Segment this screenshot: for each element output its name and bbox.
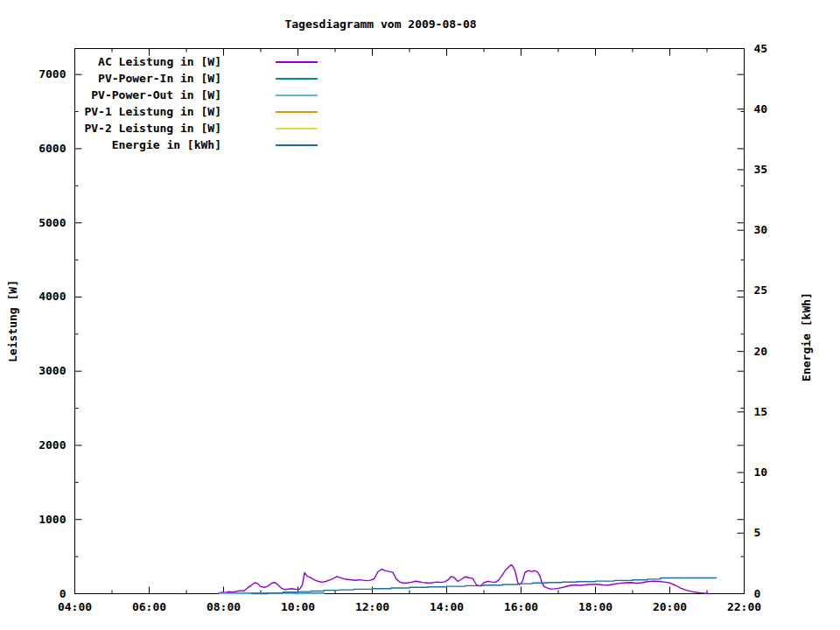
y-tick-label: 7000 <box>38 67 66 80</box>
legend: AC Leistung in [W]PV-Power-In in [W]PV-P… <box>74 53 319 153</box>
legend-line-sample-pv-power-out <box>276 94 318 96</box>
y-tick-label: 4000 <box>38 290 66 303</box>
legend-label-pv-power-in: PV-Power-In in [W] <box>74 72 221 85</box>
x-tick-label: 22:00 <box>727 600 761 613</box>
y2-tick-label: 0 <box>754 587 761 600</box>
x-tick-label: 06:00 <box>132 600 166 613</box>
y2-tick-label: 45 <box>754 42 768 55</box>
y-tick-label: 1000 <box>38 513 66 526</box>
y-tick-label: 3000 <box>38 364 66 377</box>
y2-tick-label: 5 <box>754 526 761 539</box>
y-tick-label: 5000 <box>38 216 66 229</box>
y-tick-label: 0 <box>60 587 66 600</box>
legend-line-sample-pv-power-in <box>276 78 318 80</box>
y2-tick-label: 15 <box>754 405 768 418</box>
legend-label-ac-leistung: AC Leistung in [W] <box>74 55 221 68</box>
y-tick-label: 2000 <box>38 438 66 452</box>
legend-line-sample-energie <box>276 144 318 146</box>
x-tick-label: 04:00 <box>58 600 92 613</box>
legend-label-pv-1-leistung: PV-1 Leistung in [W] <box>74 105 221 118</box>
y2-tick-label: 30 <box>754 223 768 236</box>
legend-item-ac-leistung: AC Leistung in [W] <box>74 53 319 70</box>
legend-item-pv-power-out: PV-Power-Out in [W] <box>74 87 319 103</box>
y2-tick-label: 40 <box>754 102 768 116</box>
legend-line-sample-pv-2-leistung <box>276 128 318 130</box>
x-tick-label: 14:00 <box>430 600 464 613</box>
x-tick-label: 20:00 <box>653 600 687 613</box>
legend-item-energie: Energie in [kWh] <box>74 136 319 153</box>
legend-label-pv-power-out: PV-Power-Out in [W] <box>74 88 221 102</box>
x-tick-label: 12:00 <box>355 600 389 613</box>
chart-canvas: Tagesdiagramm vom 2009-08-08 Leistung [W… <box>0 0 840 630</box>
series-line-ac-leistung <box>218 564 709 593</box>
y-tick-label: 6000 <box>38 142 66 155</box>
x-tick-label: 10:00 <box>281 600 315 613</box>
legend-line-sample-pv-1-leistung <box>276 111 318 113</box>
x-tick-label: 08:00 <box>206 600 241 613</box>
y2-tick-label: 25 <box>754 284 768 297</box>
legend-label-pv-2-leistung: PV-2 Leistung in [W] <box>74 122 221 135</box>
legend-item-pv-1-leistung: PV-1 Leistung in [W] <box>74 103 319 120</box>
y2-tick-label: 20 <box>754 345 768 358</box>
x-tick-label: 18:00 <box>578 600 612 613</box>
legend-item-pv-2-leistung: PV-2 Leistung in [W] <box>74 120 319 136</box>
legend-item-pv-power-in: PV-Power-In in [W] <box>74 70 319 87</box>
legend-label-energie: Energie in [kWh] <box>74 138 221 151</box>
legend-line-sample-ac-leistung <box>276 61 318 63</box>
x-tick-label: 16:00 <box>504 600 538 613</box>
y2-tick-label: 10 <box>754 466 768 479</box>
y2-tick-label: 35 <box>754 163 768 176</box>
